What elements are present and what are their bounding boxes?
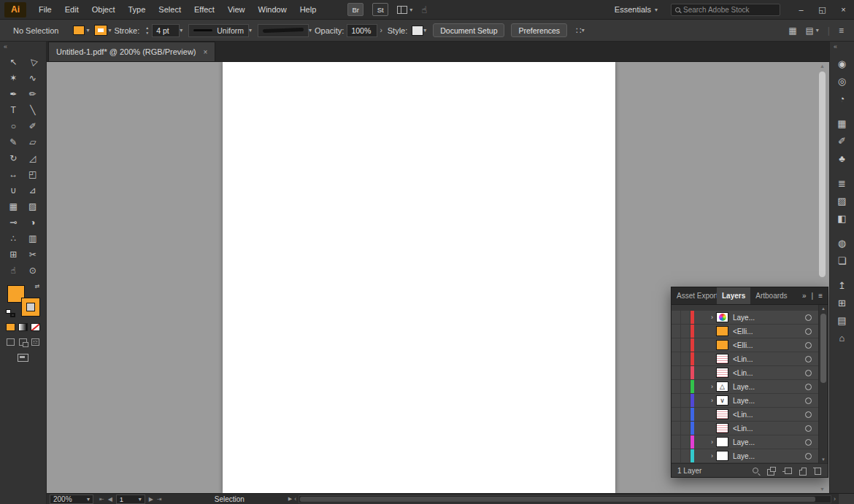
horizontal-scroll-thumb[interactable] bbox=[300, 497, 815, 502]
menu-item[interactable]: Window bbox=[252, 0, 293, 20]
panel-menu-icon[interactable]: ≡ bbox=[818, 292, 823, 300]
default-fill-stroke-icon[interactable] bbox=[6, 309, 15, 317]
layer-name[interactable]: <Elli... bbox=[733, 341, 805, 349]
style-dropdown-icon[interactable]: ▾ bbox=[423, 27, 426, 34]
bridge-button[interactable]: Br bbox=[347, 3, 363, 16]
layer-row[interactable]: › Laye... bbox=[672, 311, 818, 325]
panel-layout-control[interactable]: ▤ ▾ bbox=[806, 26, 819, 36]
chevron-down-icon[interactable]: ▾ bbox=[108, 27, 111, 34]
visibility-toggle[interactable] bbox=[672, 338, 681, 352]
zoom-control[interactable]: 200% ▾ bbox=[50, 495, 93, 504]
asset-export-panel-icon[interactable]: ↥ bbox=[833, 276, 852, 294]
arrange-documents-button[interactable]: ▾ bbox=[397, 6, 412, 14]
screen-mode-button[interactable] bbox=[18, 354, 28, 362]
expand-arrow-icon[interactable]: › bbox=[694, 311, 716, 325]
gradient-tool[interactable]: ▨ bbox=[24, 199, 42, 213]
close-button[interactable]: × bbox=[833, 0, 854, 20]
stroke-weight-dropdown-icon[interactable]: ▾ bbox=[180, 27, 182, 34]
scale-tool[interactable]: ◿ bbox=[24, 151, 42, 165]
draw-behind-button[interactable] bbox=[19, 338, 27, 346]
scroll-up-arrow[interactable]: ▲ bbox=[818, 63, 827, 69]
paintbrush-tool[interactable]: ✐ bbox=[24, 119, 42, 133]
first-artboard-button[interactable]: ⇤ bbox=[99, 496, 104, 503]
hand-tool[interactable]: ☝ bbox=[4, 263, 22, 277]
target-icon[interactable] bbox=[805, 411, 812, 418]
pixel-grid-dropdown-icon[interactable]: ▾ bbox=[582, 27, 585, 34]
menu-item[interactable]: View bbox=[221, 0, 252, 20]
target-icon[interactable] bbox=[805, 342, 812, 349]
lock-toggle[interactable] bbox=[681, 325, 690, 338]
fill-color-control[interactable]: ▾ bbox=[73, 26, 89, 35]
pen-tool[interactable]: ✒ bbox=[4, 87, 22, 101]
layer-row[interactable]: <Lin... bbox=[672, 408, 818, 422]
none-button[interactable] bbox=[31, 323, 40, 331]
column-graph-tool[interactable]: ▥ bbox=[24, 231, 42, 245]
dock-expand-button[interactable]: « bbox=[830, 42, 854, 53]
stock-button[interactable]: St bbox=[372, 3, 388, 16]
stock-search[interactable] bbox=[671, 4, 780, 16]
stroke-swatch[interactable] bbox=[95, 26, 107, 35]
selection-tool[interactable]: ↖ bbox=[4, 55, 22, 69]
delete-selection-icon[interactable] bbox=[813, 467, 822, 475]
stroke-color-control[interactable]: ▾ bbox=[95, 26, 111, 35]
document-setup-button[interactable]: Document Setup bbox=[433, 23, 504, 37]
stepper-up-icon[interactable]: ▲ bbox=[144, 26, 150, 31]
lasso-tool[interactable]: ∿ bbox=[24, 71, 42, 85]
perspective-grid-tool[interactable]: ⊿ bbox=[24, 183, 42, 197]
expand-arrow-icon[interactable]: › bbox=[694, 394, 716, 408]
brushes-panel-icon[interactable]: ✐ bbox=[833, 132, 852, 150]
shape-builder-tool[interactable]: ∪ bbox=[4, 183, 22, 197]
target-icon[interactable] bbox=[805, 453, 812, 460]
eyedropper-tool[interactable]: ⊸ bbox=[4, 215, 22, 229]
layer-row[interactable]: <Elli... bbox=[672, 325, 818, 338]
layer-name[interactable]: Laye... bbox=[733, 438, 805, 446]
last-artboard-button[interactable]: ⇥ bbox=[157, 496, 162, 503]
magic-wand-tool[interactable]: ✶ bbox=[4, 71, 22, 85]
expand-arrow-icon[interactable]: › bbox=[694, 449, 716, 463]
draw-inside-button[interactable] bbox=[31, 338, 39, 346]
lock-toggle[interactable] bbox=[681, 394, 690, 407]
line-segment-tool[interactable]: ╲ bbox=[24, 103, 42, 117]
menu-item[interactable]: Object bbox=[85, 0, 122, 20]
width-tool[interactable]: ↔ bbox=[4, 167, 22, 181]
make-clip-mask-icon[interactable] bbox=[767, 467, 776, 475]
workspace-switcher[interactable]: Essentials ▾ bbox=[615, 5, 658, 14]
tab-close-icon[interactable]: × bbox=[204, 48, 208, 56]
lock-toggle[interactable] bbox=[681, 408, 690, 421]
gradient-panel-icon[interactable]: ▨ bbox=[833, 192, 852, 209]
target-icon[interactable] bbox=[805, 398, 812, 404]
tab-artboards[interactable]: Artboards bbox=[750, 287, 792, 304]
color-themes-panel-icon[interactable]: ◔ bbox=[833, 90, 852, 107]
layer-name[interactable]: <Lin... bbox=[733, 369, 805, 377]
lock-toggle[interactable] bbox=[681, 311, 690, 324]
direct-selection-tool[interactable]: ▷ bbox=[24, 55, 42, 69]
stepper-down-icon[interactable]: ▼ bbox=[144, 31, 150, 36]
dock-grid-icon[interactable]: ▦ bbox=[788, 26, 796, 36]
layers-scrollbar[interactable]: ▲ ▼ bbox=[818, 305, 828, 463]
layer-row[interactable]: <Lin... bbox=[672, 422, 818, 435]
tools-collapse-button[interactable]: « bbox=[0, 42, 46, 53]
target-icon[interactable] bbox=[805, 314, 812, 321]
layer-name[interactable]: <Lin... bbox=[733, 355, 805, 363]
width-profile-dropdown-icon[interactable]: ▾ bbox=[249, 27, 252, 34]
lock-toggle[interactable] bbox=[681, 422, 690, 435]
zoom-tool[interactable]: ⊙ bbox=[24, 263, 42, 277]
scroll-right-arrow[interactable]: › bbox=[834, 495, 836, 503]
stroke-panel-icon[interactable]: ≣ bbox=[833, 174, 852, 192]
scroll-up-arrow[interactable]: ▲ bbox=[819, 306, 828, 311]
lock-toggle[interactable] bbox=[681, 338, 690, 352]
menu-item[interactable]: Select bbox=[152, 0, 188, 20]
layer-row[interactable]: <Lin... bbox=[672, 352, 818, 366]
graphic-styles-panel-icon[interactable]: ❏ bbox=[833, 252, 852, 269]
menu-item[interactable]: Help bbox=[293, 0, 323, 20]
scroll-down-arrow[interactable]: ▼ bbox=[819, 457, 828, 462]
stroke-weight-field[interactable]: 4 pt bbox=[152, 24, 180, 37]
expand-arrow-icon[interactable]: › bbox=[694, 380, 716, 394]
visibility-toggle[interactable] bbox=[672, 449, 681, 462]
visibility-toggle[interactable] bbox=[672, 422, 681, 435]
symbols-panel-icon[interactable]: ♣ bbox=[833, 150, 852, 167]
appearance-panel-icon[interactable]: ◍ bbox=[833, 234, 852, 252]
target-icon[interactable] bbox=[805, 356, 812, 363]
layer-row[interactable]: › Laye... bbox=[672, 449, 818, 463]
visibility-toggle[interactable] bbox=[672, 366, 681, 379]
